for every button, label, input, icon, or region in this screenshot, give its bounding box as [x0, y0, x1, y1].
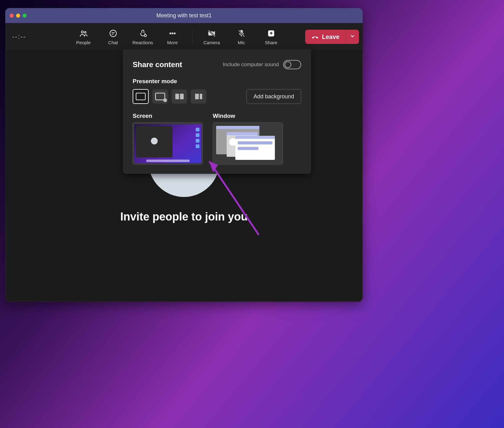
window-title: Meeting with test test1: [5, 12, 363, 19]
camera-label: Camera: [203, 40, 220, 45]
people-label: People: [76, 40, 91, 45]
svg-point-2: [110, 30, 116, 36]
presenter-mode-label: Presenter mode: [133, 78, 301, 85]
window-controls: [10, 14, 27, 18]
window-thumbnail: [215, 125, 281, 162]
svg-point-4: [169, 32, 171, 34]
window-maximize-button[interactable]: [23, 14, 27, 18]
screen-section-label: Screen: [133, 113, 203, 119]
mic-off-icon: [237, 29, 246, 38]
share-button[interactable]: Share: [259, 23, 283, 50]
window-close-button[interactable]: [10, 14, 14, 18]
presenter-mode-side-by-side[interactable]: [172, 89, 187, 104]
svg-point-0: [81, 31, 83, 33]
window-section-label: Window: [213, 113, 283, 119]
reactions-button[interactable]: Reactions: [131, 23, 155, 50]
meeting-canvas: Invite people to join you Share content …: [5, 51, 363, 302]
invite-message: Invite people to join you: [120, 210, 248, 223]
include-sound-control: Include computer sound: [223, 60, 301, 69]
include-sound-label: Include computer sound: [223, 62, 279, 68]
svg-point-5: [172, 32, 173, 34]
share-label: Share: [265, 40, 277, 45]
more-icon: [168, 29, 177, 38]
share-panel-title: Share content: [133, 60, 182, 69]
leave-button[interactable]: Leave: [305, 30, 346, 44]
presenter-mode-row: Add background: [133, 89, 301, 104]
camera-off-icon: [207, 29, 216, 38]
share-content-panel: Share content Include computer sound Pre…: [123, 49, 311, 174]
chat-icon: [109, 29, 118, 38]
presenter-mode-reporter[interactable]: [191, 89, 206, 104]
meeting-toolbar: --:-- People Chat Reactions: [5, 23, 363, 51]
share-icon: [267, 29, 276, 38]
include-sound-toggle[interactable]: [283, 60, 301, 69]
toolbar-separator: [192, 30, 192, 44]
chevron-down-icon: [350, 33, 355, 40]
chat-button[interactable]: Chat: [101, 23, 125, 50]
presenter-mode-content-only[interactable]: [133, 89, 149, 104]
share-window-tile[interactable]: [213, 122, 283, 165]
leave-group: Leave: [305, 30, 359, 44]
svg-point-3: [144, 34, 146, 36]
reactions-icon: [138, 29, 147, 38]
add-background-button[interactable]: Add background: [246, 89, 301, 104]
window-minimize-button[interactable]: [16, 14, 20, 18]
people-icon: [79, 29, 88, 38]
svg-point-6: [174, 32, 175, 34]
meeting-timer: --:--: [9, 33, 49, 41]
titlebar: Meeting with test test1: [5, 8, 363, 23]
app-window: Meeting with test test1 --:-- People Cha…: [5, 8, 363, 302]
screen-thumbnail: [134, 124, 201, 163]
svg-point-1: [84, 31, 86, 33]
mic-label: Mic: [238, 40, 245, 45]
leave-menu-button[interactable]: [346, 30, 359, 44]
more-label: More: [167, 40, 178, 45]
mic-button[interactable]: Mic: [229, 23, 254, 50]
chat-label: Chat: [108, 40, 118, 45]
presenter-mode-standout[interactable]: [152, 89, 168, 104]
camera-button[interactable]: Camera: [200, 23, 224, 50]
share-screen-tile[interactable]: [133, 122, 203, 165]
people-button[interactable]: People: [71, 23, 96, 50]
hangup-icon: [311, 32, 319, 41]
reactions-label: Reactions: [132, 40, 153, 45]
more-button[interactable]: More: [160, 23, 185, 50]
leave-label: Leave: [322, 33, 340, 41]
